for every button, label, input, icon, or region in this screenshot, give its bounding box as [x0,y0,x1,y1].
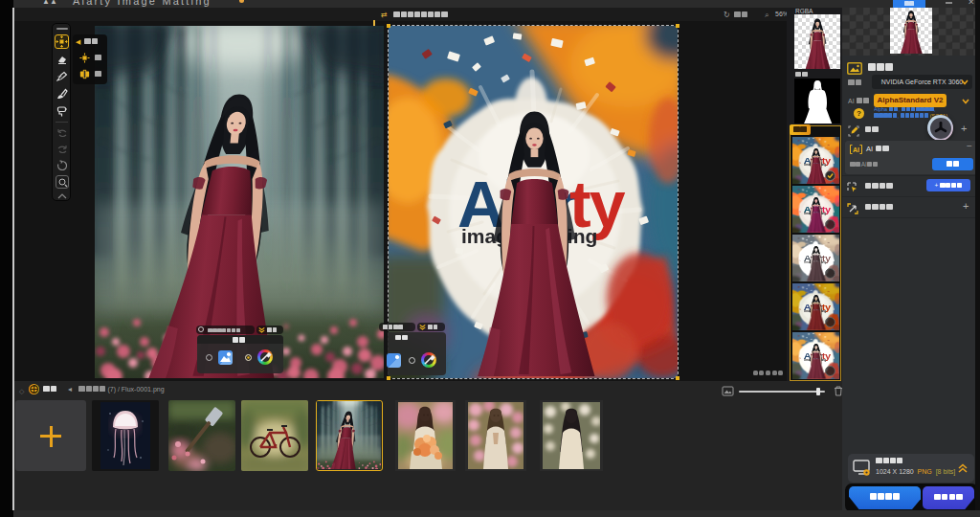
svg-text:AI: AI [853,146,859,153]
